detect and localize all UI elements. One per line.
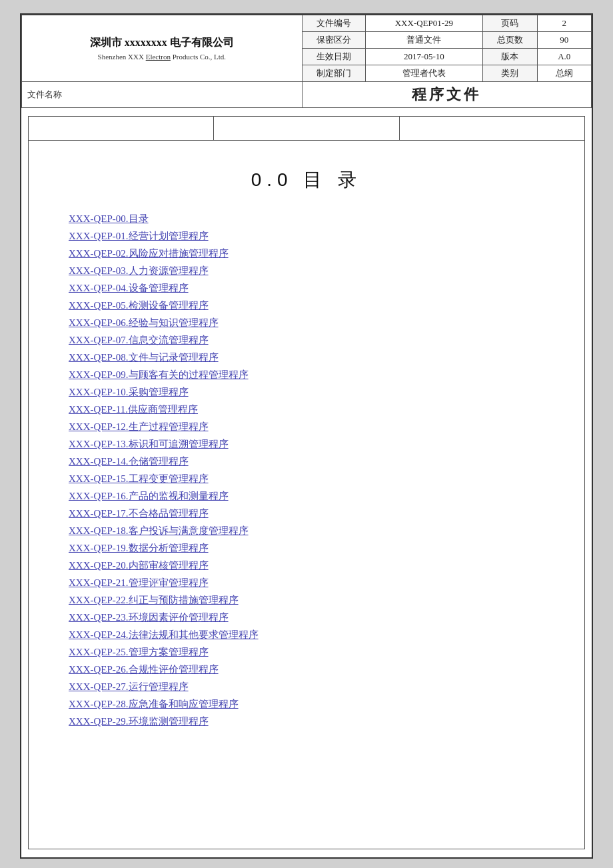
toc-link-15[interactable]: XXX-QEP-15.工程变更管理程序 — [69, 473, 209, 484]
list-item: XXX-QEP-05.检测设备管理程序 — [69, 299, 544, 312]
toc-link-22[interactable]: XXX-QEP-22.纠正与预防措施管理程序 — [69, 595, 239, 605]
toc-link-20[interactable]: XXX-QEP-20.内部审核管理程序 — [69, 560, 209, 571]
list-item: XXX-QEP-29.环境监测管理程序 — [69, 715, 544, 728]
tab-2 — [214, 117, 399, 140]
toc-link-21[interactable]: XXX-QEP-21.管理评审管理程序 — [69, 577, 209, 588]
toc-link-14[interactable]: XXX-QEP-14.仓储管理程序 — [69, 456, 189, 467]
list-item: XXX-QEP-08.文件与记录管理程序 — [69, 351, 544, 364]
list-item: XXX-QEP-02.风险应对措施管理程序 — [69, 247, 544, 260]
toc-link-24[interactable]: XXX-QEP-24.法律法规和其他要求管理程序 — [69, 629, 259, 640]
doc-name-label: 文件名称 — [22, 82, 303, 108]
toc-link-10[interactable]: XXX-QEP-10.采购管理程序 — [69, 387, 189, 397]
doc-body: 0.0 目 录 XXX-QEP-00.目录XXX-QEP-01.经营计划管理程序… — [28, 116, 585, 849]
list-item: XXX-QEP-13.标识和可追溯管理程序 — [69, 438, 544, 451]
list-item: XXX-QEP-16.产品的监视和测量程序 — [69, 490, 544, 503]
toc-link-28[interactable]: XXX-QEP-28.应急准备和响应管理程序 — [69, 699, 239, 709]
toc-link-3[interactable]: XXX-QEP-03.人力资源管理程序 — [69, 265, 209, 276]
toc-link-25[interactable]: XXX-QEP-25.管理方案管理程序 — [69, 647, 209, 657]
toc-list: XXX-QEP-00.目录XXX-QEP-01.经营计划管理程序XXX-QEP-… — [29, 213, 584, 728]
toc-link-27[interactable]: XXX-QEP-27.运行管理程序 — [69, 681, 189, 692]
toc-link-2[interactable]: XXX-QEP-02.风险应对措施管理程序 — [69, 248, 229, 259]
toc-link-29[interactable]: XXX-QEP-29.环境监测管理程序 — [69, 716, 209, 727]
tab-3 — [400, 117, 584, 140]
list-item: XXX-QEP-04.设备管理程序 — [69, 282, 544, 295]
toc-link-11[interactable]: XXX-QEP-11.供应商管理程序 — [69, 404, 198, 415]
list-item: XXX-QEP-17.不合格品管理程序 — [69, 507, 544, 520]
tab-1 — [29, 117, 214, 140]
toc-link-23[interactable]: XXX-QEP-23.环境因素评价管理程序 — [69, 612, 229, 623]
list-item: XXX-QEP-06.经验与知识管理程序 — [69, 317, 544, 329]
list-item: XXX-QEP-12.生产过程管理程序 — [69, 421, 544, 433]
list-item: XXX-QEP-22.纠正与预防措施管理程序 — [69, 594, 544, 607]
doc-name-value: 程序文件 — [302, 82, 591, 108]
toc-link-9[interactable]: XXX-QEP-09.与顾客有关的过程管理程序 — [69, 369, 249, 380]
toc-link-18[interactable]: XXX-QEP-18.客户投诉与满意度管理程序 — [69, 525, 249, 536]
list-item: XXX-QEP-15.工程变更管理程序 — [69, 473, 544, 485]
tabs-row — [29, 117, 584, 141]
list-item: XXX-QEP-18.客户投诉与满意度管理程序 — [69, 525, 544, 537]
header-table: 深圳市 xxxxxxxx 电子有限公司 Shenzhen XXX Electro… — [21, 15, 592, 108]
toc-link-6[interactable]: XXX-QEP-06.经验与知识管理程序 — [69, 317, 219, 328]
toc-link-0[interactable]: XXX-QEP-00.目录 — [69, 213, 149, 224]
toc-link-12[interactable]: XXX-QEP-12.生产过程管理程序 — [69, 421, 209, 432]
toc-link-1[interactable]: XXX-QEP-01.经营计划管理程序 — [69, 231, 209, 241]
list-item: XXX-QEP-24.法律法规和其他要求管理程序 — [69, 629, 544, 641]
list-item: XXX-QEP-00.目录 — [69, 213, 544, 225]
list-item: XXX-QEP-23.环境因素评价管理程序 — [69, 611, 544, 624]
toc-link-7[interactable]: XXX-QEP-07.信息交流管理程序 — [69, 335, 209, 345]
toc-link-19[interactable]: XXX-QEP-19.数据分析管理程序 — [69, 543, 209, 553]
toc-link-17[interactable]: XXX-QEP-17.不合格品管理程序 — [69, 508, 209, 519]
list-item: XXX-QEP-27.运行管理程序 — [69, 681, 544, 693]
toc-link-5[interactable]: XXX-QEP-05.检测设备管理程序 — [69, 300, 209, 311]
list-item: XXX-QEP-25.管理方案管理程序 — [69, 646, 544, 659]
list-item: XXX-QEP-01.经营计划管理程序 — [69, 230, 544, 243]
list-item: XXX-QEP-21.管理评审管理程序 — [69, 577, 544, 589]
list-item: XXX-QEP-20.内部审核管理程序 — [69, 559, 544, 572]
toc-link-4[interactable]: XXX-QEP-04.设备管理程序 — [69, 283, 189, 293]
toc-link-8[interactable]: XXX-QEP-08.文件与记录管理程序 — [69, 352, 219, 363]
list-item: XXX-QEP-19.数据分析管理程序 — [69, 542, 544, 555]
list-item: XXX-QEP-28.应急准备和响应管理程序 — [69, 698, 544, 711]
list-item: XXX-QEP-07.信息交流管理程序 — [69, 334, 544, 347]
list-item: XXX-QEP-10.采购管理程序 — [69, 386, 544, 399]
list-item: XXX-QEP-11.供应商管理程序 — [69, 403, 544, 416]
list-item: XXX-QEP-26.合规性评价管理程序 — [69, 663, 544, 676]
list-item: XXX-QEP-14.仓储管理程序 — [69, 455, 544, 468]
doc-main-title: 0.0 目 录 — [29, 167, 584, 193]
toc-link-13[interactable]: XXX-QEP-13.标识和可追溯管理程序 — [69, 439, 229, 449]
list-item: XXX-QEP-03.人力资源管理程序 — [69, 265, 544, 277]
list-item: XXX-QEP-09.与顾客有关的过程管理程序 — [69, 369, 544, 381]
toc-link-26[interactable]: XXX-QEP-26.合规性评价管理程序 — [69, 664, 219, 675]
page: 深圳市 xxxxxxxx 电子有限公司 Shenzhen XXX Electro… — [20, 13, 593, 859]
toc-link-16[interactable]: XXX-QEP-16.产品的监视和测量程序 — [69, 491, 229, 501]
